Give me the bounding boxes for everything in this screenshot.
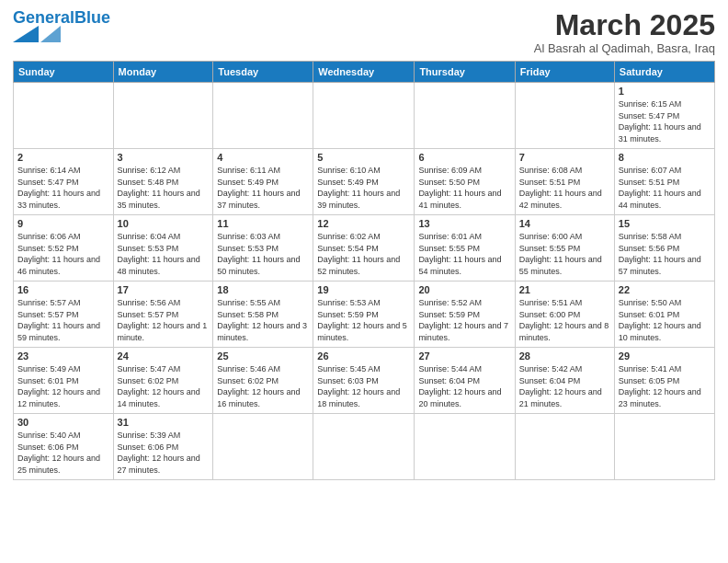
table-row (614, 414, 714, 479)
day-info: Sunrise: 5:51 AM Sunset: 6:00 PM Dayligh… (519, 297, 610, 343)
header-thursday: Thursday (415, 62, 515, 83)
table-row (313, 414, 415, 479)
day-number: 23 (17, 350, 109, 362)
day-info: Sunrise: 5:56 AM Sunset: 5:57 PM Dayligh… (118, 297, 210, 343)
day-number: 10 (118, 218, 210, 229)
day-info: Sunrise: 6:15 AM Sunset: 5:47 PM Dayligh… (619, 98, 711, 144)
day-number: 5 (317, 152, 410, 163)
table-row: 26Sunrise: 5:45 AM Sunset: 6:03 PM Dayli… (313, 348, 415, 414)
day-number: 14 (519, 218, 610, 229)
table-row: 16Sunrise: 5:57 AM Sunset: 5:57 PM Dayli… (14, 282, 114, 348)
day-number: 19 (317, 284, 410, 295)
day-number: 26 (317, 350, 410, 362)
page: GeneralBlue March 2025 Al Basrah al Qadi… (0, 0, 728, 563)
day-info: Sunrise: 6:03 AM Sunset: 5:53 PM Dayligh… (217, 231, 309, 277)
day-number: 15 (619, 218, 711, 229)
day-info: Sunrise: 5:52 AM Sunset: 5:59 PM Dayligh… (418, 297, 510, 343)
day-info: Sunrise: 5:47 AM Sunset: 6:02 PM Dayligh… (118, 363, 210, 409)
table-row: 5Sunrise: 6:10 AM Sunset: 5:49 PM Daylig… (313, 149, 415, 215)
table-row: 13Sunrise: 6:01 AM Sunset: 5:55 PM Dayli… (415, 215, 515, 282)
svg-marker-0 (13, 26, 39, 42)
logo-blue: Blue (74, 8, 110, 27)
day-info: Sunrise: 5:49 AM Sunset: 6:01 PM Dayligh… (17, 363, 109, 409)
table-row (14, 83, 114, 149)
day-number: 4 (217, 152, 309, 163)
table-row (415, 83, 515, 149)
table-row: 23Sunrise: 5:49 AM Sunset: 6:01 PM Dayli… (14, 348, 114, 414)
table-row: 10Sunrise: 6:04 AM Sunset: 5:53 PM Dayli… (113, 215, 213, 282)
day-info: Sunrise: 6:04 AM Sunset: 5:53 PM Dayligh… (118, 231, 210, 277)
header-wednesday: Wednesday (313, 62, 415, 83)
day-number: 20 (418, 284, 510, 295)
table-row: 14Sunrise: 6:00 AM Sunset: 5:55 PM Dayli… (515, 215, 614, 282)
day-info: Sunrise: 5:42 AM Sunset: 6:04 PM Dayligh… (519, 363, 610, 409)
day-info: Sunrise: 6:09 AM Sunset: 5:50 PM Dayligh… (418, 165, 510, 211)
day-info: Sunrise: 5:41 AM Sunset: 6:05 PM Dayligh… (619, 363, 711, 409)
table-row: 2Sunrise: 6:14 AM Sunset: 5:47 PM Daylig… (14, 149, 114, 215)
table-row: 9Sunrise: 6:06 AM Sunset: 5:52 PM Daylig… (14, 215, 114, 282)
day-info: Sunrise: 6:01 AM Sunset: 5:55 PM Dayligh… (418, 231, 510, 277)
table-row: 25Sunrise: 5:46 AM Sunset: 6:02 PM Dayli… (213, 348, 313, 414)
logo-general: General (13, 8, 74, 27)
day-info: Sunrise: 5:53 AM Sunset: 5:59 PM Dayligh… (317, 297, 410, 343)
day-number: 28 (519, 350, 610, 362)
table-row (415, 414, 515, 479)
day-info: Sunrise: 6:08 AM Sunset: 5:51 PM Dayligh… (519, 165, 610, 211)
title-block: March 2025 Al Basrah al Qadimah, Basra, … (534, 9, 715, 55)
location: Al Basrah al Qadimah, Basra, Iraq (534, 41, 715, 55)
table-row: 29Sunrise: 5:41 AM Sunset: 6:05 PM Dayli… (614, 348, 714, 414)
day-number: 16 (17, 284, 109, 295)
table-row: 11Sunrise: 6:03 AM Sunset: 5:53 PM Dayli… (213, 215, 313, 282)
day-info: Sunrise: 5:45 AM Sunset: 6:03 PM Dayligh… (317, 363, 410, 409)
day-number: 8 (619, 152, 711, 163)
table-row: 27Sunrise: 5:44 AM Sunset: 6:04 PM Dayli… (415, 348, 515, 414)
table-row: 6Sunrise: 6:09 AM Sunset: 5:50 PM Daylig… (415, 149, 515, 215)
table-row: 3Sunrise: 6:12 AM Sunset: 5:48 PM Daylig… (113, 149, 213, 215)
day-info: Sunrise: 6:11 AM Sunset: 5:49 PM Dayligh… (217, 165, 309, 211)
day-info: Sunrise: 6:00 AM Sunset: 5:55 PM Dayligh… (519, 231, 610, 277)
day-info: Sunrise: 6:10 AM Sunset: 5:49 PM Dayligh… (317, 165, 410, 211)
day-info: Sunrise: 6:07 AM Sunset: 5:51 PM Dayligh… (619, 165, 711, 211)
day-number: 24 (118, 350, 210, 362)
day-info: Sunrise: 5:39 AM Sunset: 6:06 PM Dayligh… (118, 430, 210, 476)
header: GeneralBlue March 2025 Al Basrah al Qadi… (13, 9, 715, 55)
table-row: 24Sunrise: 5:47 AM Sunset: 6:02 PM Dayli… (113, 348, 213, 414)
day-number: 18 (217, 284, 309, 295)
month-title: March 2025 (534, 9, 715, 41)
day-number: 7 (519, 152, 610, 163)
table-row (515, 83, 614, 149)
day-number: 27 (418, 350, 510, 362)
table-row: 7Sunrise: 6:08 AM Sunset: 5:51 PM Daylig… (515, 149, 614, 215)
calendar-table: Sunday Monday Tuesday Wednesday Thursday… (13, 61, 715, 479)
table-row: 31Sunrise: 5:39 AM Sunset: 6:06 PM Dayli… (113, 414, 213, 479)
day-number: 31 (118, 417, 210, 428)
table-row: 28Sunrise: 5:42 AM Sunset: 6:04 PM Dayli… (515, 348, 614, 414)
table-row: 1Sunrise: 6:15 AM Sunset: 5:47 PM Daylig… (614, 83, 714, 149)
logo: GeneralBlue (13, 9, 110, 44)
day-info: Sunrise: 6:14 AM Sunset: 5:47 PM Dayligh… (17, 165, 109, 211)
day-info: Sunrise: 5:40 AM Sunset: 6:06 PM Dayligh… (17, 430, 109, 476)
day-info: Sunrise: 6:02 AM Sunset: 5:54 PM Dayligh… (317, 231, 410, 277)
table-row: 4Sunrise: 6:11 AM Sunset: 5:49 PM Daylig… (213, 149, 313, 215)
table-row (313, 83, 415, 149)
day-number: 21 (519, 284, 610, 295)
table-row (515, 414, 614, 479)
table-row: 17Sunrise: 5:56 AM Sunset: 5:57 PM Dayli… (113, 282, 213, 348)
day-info: Sunrise: 5:57 AM Sunset: 5:57 PM Dayligh… (17, 297, 109, 343)
day-info: Sunrise: 5:55 AM Sunset: 5:58 PM Dayligh… (217, 297, 309, 343)
day-number: 6 (418, 152, 510, 163)
table-row (113, 83, 213, 149)
day-info: Sunrise: 5:44 AM Sunset: 6:04 PM Dayligh… (418, 363, 510, 409)
day-number: 1 (619, 86, 711, 97)
day-number: 3 (118, 152, 210, 163)
day-number: 11 (217, 218, 309, 229)
table-row: 22Sunrise: 5:50 AM Sunset: 6:01 PM Dayli… (614, 282, 714, 348)
table-row: 21Sunrise: 5:51 AM Sunset: 6:00 PM Dayli… (515, 282, 614, 348)
table-row: 8Sunrise: 6:07 AM Sunset: 5:51 PM Daylig… (614, 149, 714, 215)
header-friday: Friday (515, 62, 614, 83)
table-row: 15Sunrise: 5:58 AM Sunset: 5:56 PM Dayli… (614, 215, 714, 282)
table-row (213, 83, 313, 149)
day-info: Sunrise: 5:50 AM Sunset: 6:01 PM Dayligh… (619, 297, 711, 343)
table-row: 19Sunrise: 5:53 AM Sunset: 5:59 PM Dayli… (313, 282, 415, 348)
table-row: 20Sunrise: 5:52 AM Sunset: 5:59 PM Dayli… (415, 282, 515, 348)
